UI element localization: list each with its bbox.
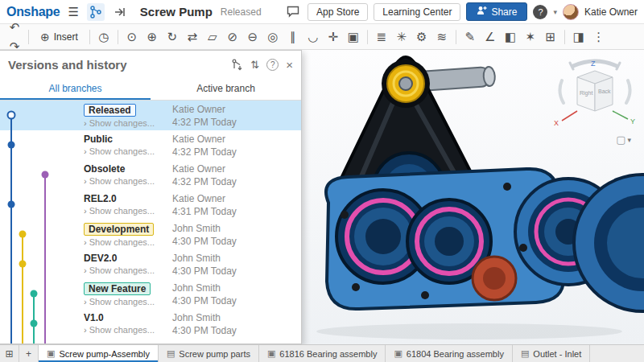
divider[interactable]: [118, 30, 118, 44]
version-time: 4:32 PM Today: [172, 176, 237, 187]
panel-close-icon[interactable]: ×: [286, 58, 293, 72]
document-tab-label: Screw pump-Assembly: [59, 349, 149, 359]
version-author: John Smith: [172, 223, 237, 234]
version-row[interactable]: Released › Show changes... Katie Owner 4…: [0, 101, 301, 130]
chevron-right-icon: ›: [84, 176, 87, 186]
cylindrical-mate-icon[interactable]: ⊘: [223, 27, 242, 47]
show-changes-label: Show changes...: [89, 118, 155, 128]
view-cube-back-label: Back: [598, 88, 611, 94]
panel-help-icon[interactable]: ?: [266, 59, 279, 71]
show-changes-link[interactable]: › Show changes...: [84, 237, 155, 247]
appearance-icon[interactable]: ◨: [569, 27, 588, 47]
undo-icon[interactable]: ↶: [5, 18, 24, 37]
sketch-icon[interactable]: ✎: [460, 27, 480, 47]
bom-icon[interactable]: ⊞: [541, 27, 560, 47]
divider[interactable]: [456, 30, 456, 44]
model-pulley[interactable]: [382, 60, 430, 108]
slider-mate-icon[interactable]: ⇄: [183, 27, 202, 47]
create-version-icon[interactable]: [231, 59, 243, 71]
document-tab-label: 61804 Bearing assembly: [407, 349, 504, 359]
show-changes-link[interactable]: › Show changes...: [84, 265, 155, 275]
view-cube[interactable]: Right Back Z X Y: [551, 53, 639, 134]
versions-history-icon[interactable]: [87, 3, 105, 21]
learning-center-button[interactable]: Learning Center: [374, 3, 460, 21]
show-changes-link[interactable]: › Show changes...: [84, 206, 155, 216]
divider[interactable]: [367, 30, 368, 44]
exploded-view-icon[interactable]: ✶: [521, 27, 540, 47]
revolute-mate-icon[interactable]: ↻: [163, 27, 182, 47]
version-row[interactable]: Development › Show changes... John Smith…: [0, 220, 301, 249]
add-tab-button[interactable]: +: [19, 345, 39, 362]
user-name[interactable]: Katie Owner: [584, 6, 638, 18]
planar-mate-icon[interactable]: ▱: [203, 27, 222, 47]
show-changes-link[interactable]: › Show changes...: [84, 176, 155, 186]
document-tab[interactable]: ▤ Outlet - Inlet: [513, 345, 590, 362]
version-row[interactable]: V1.0 › Show changes... John Smith 4:30 P…: [0, 309, 301, 339]
follow-mode-icon[interactable]: [111, 3, 129, 21]
comments-icon[interactable]: [284, 3, 302, 21]
circular-pattern-icon[interactable]: ✳: [392, 27, 411, 47]
version-row[interactable]: New Feature › Show changes... John Smith…: [0, 279, 301, 309]
linear-pattern-icon[interactable]: ≣: [372, 27, 391, 47]
gear-relation-icon[interactable]: ⚙: [412, 27, 431, 47]
show-changes-label: Show changes...: [89, 325, 155, 335]
screw-relation-icon[interactable]: ≋: [432, 27, 452, 47]
show-changes-link[interactable]: › Show changes...: [84, 146, 155, 156]
fastened-mate-icon[interactable]: ⊕: [142, 27, 162, 47]
compare-versions-icon[interactable]: ⇅: [250, 59, 259, 71]
view-cube-back-face[interactable]: [595, 77, 613, 111]
version-row[interactable]: Public › Show changes... Katie Owner 4:3…: [0, 130, 301, 160]
chevron-right-icon: ›: [84, 237, 87, 247]
mate-icon[interactable]: ⊙: [122, 27, 142, 47]
panel-tab[interactable]: Active branch: [151, 78, 301, 100]
version-author: John Smith: [172, 253, 237, 264]
version-time: 4:30 PM Today: [172, 236, 237, 247]
document-tab[interactable]: ▣ 61804 Bearing assembly: [386, 345, 512, 362]
part-studio-tab-icon: ▤: [167, 348, 175, 359]
version-row[interactable]: DEV2.0 › Show changes... John Smith 4:30…: [0, 249, 301, 279]
panel-tab[interactable]: All branches: [0, 78, 151, 100]
document-tab[interactable]: ▣ Screw pump-Assembly: [39, 345, 159, 362]
parallel-mate-icon[interactable]: ∥: [283, 27, 303, 47]
show-changes-link[interactable]: › Show changes...: [84, 297, 155, 306]
tab-manager-icon[interactable]: ⊞: [0, 345, 19, 362]
redo-icon[interactable]: ↷: [5, 37, 24, 56]
help-caret-icon[interactable]: ▾: [553, 8, 557, 16]
document-title[interactable]: Screw Pump: [140, 5, 213, 19]
main-menu-button[interactable]: ☰: [66, 5, 80, 19]
show-changes-link[interactable]: › Show changes...: [84, 325, 155, 335]
insert-button[interactable]: ⊕ Insert: [33, 28, 85, 46]
ball-mate-icon[interactable]: ◎: [263, 27, 283, 47]
chevron-right-icon: ›: [84, 297, 87, 306]
version-row[interactable]: Obsolete › Show changes... Katie Owner 4…: [0, 160, 301, 190]
document-tab-label: Screw pump parts: [179, 349, 250, 359]
version-row[interactable]: REL2.0 › Show changes... Katie Owner 4:3…: [0, 190, 301, 220]
measure-icon[interactable]: ∠: [481, 27, 500, 47]
show-changes-link[interactable]: › Show changes...: [84, 118, 155, 128]
toolbar-divider: [28, 30, 29, 44]
document-tab[interactable]: ▣ 61816 Bearing assembly: [259, 345, 386, 362]
group-icon[interactable]: ▣: [344, 27, 363, 47]
insert-label: Insert: [54, 31, 78, 43]
divider[interactable]: [564, 30, 565, 44]
help-button[interactable]: ?: [533, 5, 547, 19]
history-icon[interactable]: ◷: [94, 27, 114, 47]
document-tab[interactable]: ▤ Screw pump parts: [159, 345, 259, 362]
app-header: Onshape ☰ Screw Pump Released App Store …: [0, 0, 644, 24]
section-view-icon[interactable]: ◧: [501, 27, 520, 47]
mate-connector-icon[interactable]: ✛: [324, 27, 343, 47]
show-changes-label: Show changes...: [89, 297, 155, 306]
assembly-toolbar: ↶↷ ⊕ Insert ◷⊙⊕↻⇄▱⊘⊖◎∥◡✛▣≣✳⚙≋✎∠◧✶⊞◨⋮: [0, 24, 644, 50]
configurations-icon[interactable]: ⋮: [589, 27, 609, 47]
app-store-button[interactable]: App Store: [308, 3, 368, 21]
model-outlet-flange[interactable]: [473, 257, 516, 300]
document-tab-label: Outlet - Inlet: [533, 349, 581, 359]
insert-icon: ⊕: [40, 31, 50, 43]
pin-slot-mate-icon[interactable]: ⊖: [243, 27, 262, 47]
share-button[interactable]: Share: [466, 2, 527, 21]
tangent-mate-icon[interactable]: ◡: [303, 27, 323, 47]
user-avatar[interactable]: [563, 4, 579, 20]
version-name: V1.0: [84, 312, 104, 323]
version-time: 4:31 PM Today: [172, 206, 237, 217]
view-options-button[interactable]: ▢ ▾: [616, 134, 631, 146]
